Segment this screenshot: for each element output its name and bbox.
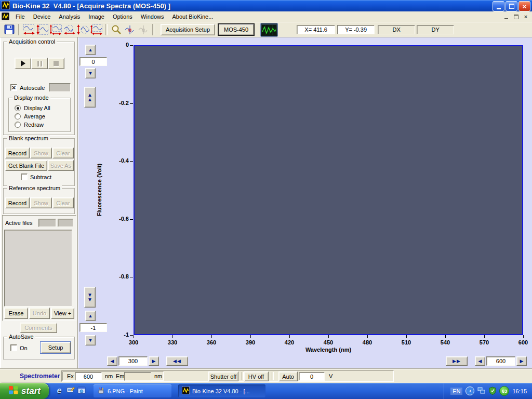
cursor-dx-readout: DX	[378, 25, 415, 34]
radio-label: Display All	[24, 105, 50, 111]
acquisition-setup-button[interactable]: Acquisition Setup	[161, 24, 215, 35]
x-scroll-right-button[interactable]: ▶▶	[446, 356, 468, 366]
title-bar: Bio-Kine 32 V4.80 - [Acquire Spectra (MO…	[0, 0, 532, 11]
shift-x-icon[interactable]	[63, 23, 76, 36]
tick-label: 390	[246, 339, 255, 345]
tick-label: 420	[285, 339, 294, 345]
hv-button[interactable]: HV off	[244, 371, 269, 381]
main-area: Acquisition control Autoscale Display mo…	[0, 37, 532, 369]
tick-mark	[130, 103, 133, 104]
plot-area[interactable]	[134, 45, 523, 335]
y-min-up-spinner[interactable]: ▲	[85, 311, 96, 321]
y-expand-up-button[interactable]: ▲▲	[84, 87, 96, 108]
restore-button[interactable]	[506, 1, 517, 11]
tick-label: 600	[518, 339, 528, 345]
reference-spectrum-title: Reference spectrum	[7, 185, 62, 191]
y-offset-down-spinner[interactable]: ▼	[85, 68, 96, 78]
start-button[interactable]: start	[0, 383, 49, 399]
autosave-on-checkbox[interactable]	[10, 344, 17, 351]
x-max-field[interactable]: 600	[486, 356, 515, 366]
mos450-button[interactable]: MOS-450	[218, 24, 254, 35]
radio-redraw[interactable]: Redraw	[15, 122, 44, 128]
autoscale-checkbox[interactable]	[10, 84, 17, 91]
y-offset-field[interactable]: 0	[79, 57, 107, 66]
menu-item-options[interactable]: Options	[109, 12, 137, 21]
x-max-right-arrow[interactable]: ▶	[516, 356, 527, 366]
start-label: start	[21, 386, 41, 396]
mdi-minimize-button[interactable]	[502, 13, 510, 20]
security-shield-icon[interactable]	[489, 387, 496, 396]
active-files-list[interactable]	[4, 230, 72, 307]
x-min-right-arrow[interactable]: ▶	[149, 356, 159, 366]
crosshair-disabled-icon	[137, 23, 150, 36]
hv-value-field[interactable]: 0	[299, 372, 325, 381]
oscilloscope-icon[interactable]	[260, 23, 278, 37]
radio-icon[interactable]	[15, 122, 21, 128]
magnifier-icon[interactable]	[110, 23, 123, 36]
y-offset-up-spinner[interactable]: ▲	[85, 45, 96, 55]
erase-button[interactable]: Erase	[4, 308, 28, 319]
radio-icon[interactable]	[15, 105, 21, 111]
view-plus-button[interactable]: View +	[51, 308, 74, 319]
radio-display-all[interactable]: Display All	[15, 105, 50, 111]
tick-label: 300	[129, 339, 138, 345]
ex-field[interactable]: 600	[75, 372, 102, 381]
scale-xy-icon[interactable]	[49, 23, 63, 36]
toolbar-separator	[152, 24, 154, 35]
x-min-left-arrow[interactable]: ◀	[107, 356, 117, 366]
shift-xy-icon[interactable]	[90, 23, 103, 36]
scale-x-icon[interactable]	[22, 23, 36, 36]
blank-record-button[interactable]: Record	[5, 148, 30, 158]
mdi-restore-button[interactable]	[512, 13, 520, 20]
get-blank-file-button[interactable]: Get Blank File	[5, 160, 47, 171]
tick-mark	[130, 219, 133, 220]
auto-button[interactable]: Auto	[278, 371, 298, 381]
scale-y-icon[interactable]	[36, 23, 49, 36]
minimize-button[interactable]	[493, 1, 504, 11]
save-icon[interactable]	[3, 23, 16, 36]
save-as-button: Save As	[48, 160, 74, 171]
menu-item-about[interactable]: About BioKine...	[168, 12, 217, 21]
y-min-field[interactable]: -1	[79, 323, 107, 332]
radio-icon[interactable]	[15, 113, 21, 119]
y-expand-down-button[interactable]: ▼▼	[84, 287, 96, 308]
active-file-swatch-1	[38, 219, 56, 227]
close-button[interactable]: ×	[518, 1, 530, 11]
hide-icons-chevron-icon[interactable]: ‹	[466, 387, 474, 395]
task-button-paint[interactable]: 6.PNG - Paint	[94, 384, 171, 397]
subtract-checkbox[interactable]	[21, 174, 28, 180]
radio-average[interactable]: Average	[15, 113, 45, 119]
x-scroll-left-button[interactable]: ◀◀	[166, 356, 188, 366]
y-min-down-spinner[interactable]: ▼	[85, 335, 96, 345]
menu-item-windows[interactable]: Windows	[137, 12, 168, 21]
menu-item-image[interactable]: Image	[84, 12, 109, 21]
crosshair-icon[interactable]	[123, 23, 137, 36]
autosave-setup-button[interactable]: Setup	[41, 342, 71, 353]
quicklaunch-ie-icon[interactable]: e	[54, 385, 64, 396]
menu-item-file[interactable]: File	[11, 12, 29, 21]
toolbar-separator	[105, 24, 108, 35]
shift-y-icon[interactable]	[76, 23, 90, 36]
undo-button: Undo	[29, 308, 50, 319]
menu-item-analysis[interactable]: Analysis	[55, 12, 84, 21]
reference-record-button[interactable]: Record	[5, 197, 30, 208]
tick-mark	[211, 335, 212, 338]
clock[interactable]: 16:15	[512, 388, 527, 394]
y-axis-label: Fluorescence (Volt)	[96, 138, 102, 242]
mdi-close-button[interactable]: ×	[522, 13, 530, 20]
task-button-biokine[interactable]: Bio-Kine 32 V4.80 - [...	[178, 384, 265, 397]
tick-label: 510	[402, 339, 411, 345]
x-min-field[interactable]: 300	[118, 356, 148, 366]
quicklaunch-window-icon[interactable]	[76, 385, 87, 396]
battery-indicator[interactable]: 63	[499, 386, 509, 396]
network-icon[interactable]	[477, 387, 486, 395]
play-button[interactable]	[15, 58, 31, 69]
menu-item-device[interactable]: Device	[29, 12, 55, 21]
tick-label: 540	[441, 339, 450, 345]
quicklaunch-desktop-icon[interactable]	[65, 385, 76, 396]
ex-label: Ex	[67, 373, 74, 379]
x-max-left-arrow[interactable]: ◀	[475, 356, 485, 366]
shutter-button[interactable]: Shutter off	[208, 371, 238, 381]
language-indicator[interactable]: EN	[450, 388, 462, 395]
taskbar: start e 6.PNG - Paint Bio-Kine 32 V4.80 …	[0, 383, 532, 399]
